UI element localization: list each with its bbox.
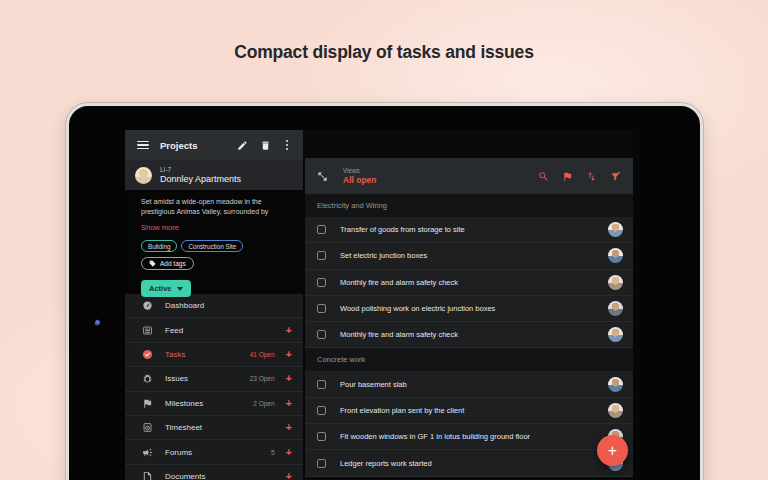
task-row[interactable]: Pour basement slab [305,371,633,397]
search-icon[interactable] [538,171,549,182]
gauge-icon [141,300,153,311]
task-checkbox[interactable] [317,278,326,287]
task-checkbox[interactable] [317,251,326,260]
project-description-block: Set amidst a wide-open meadow in the pre… [125,190,303,294]
task-row[interactable]: Transfer of goods from storage to site [305,217,633,243]
open-count-badge: 5 [271,449,275,456]
sidebar-item-label: Feed [165,326,286,335]
task-panel: Views All open [305,130,633,480]
views-label: Views [343,167,538,175]
task-checkbox[interactable] [317,330,326,339]
project-header[interactable]: LI-7 Donnley Apartments [125,160,303,190]
more-options-icon[interactable] [283,139,291,150]
task-checkbox[interactable] [317,459,326,468]
sidebar-item-dashboard[interactable]: Dashboard [125,294,303,318]
views-value: All open [343,175,538,186]
project-tag[interactable]: Construction Site [181,240,243,252]
task-title: Monthly fire and alarm safety check [340,330,608,339]
app-title: Projects [160,140,237,151]
task-row[interactable]: Monthly fire and alarm safety check [305,322,633,348]
add-icon[interactable]: + [286,471,292,480]
task-title: Transfer of goods from storage to site [340,225,608,234]
tablet-frame: Projects LI-7 Donn [66,103,703,480]
task-row[interactable]: Monthly fire and alarm safety check [305,270,633,296]
document-icon [141,471,153,480]
task-section-header: Concrete work [305,348,633,371]
filter-add-icon[interactable] [610,171,621,182]
task-list: Electricity and WiringTransfer of goods … [305,194,633,477]
project-sidebar: Projects LI-7 Donn [125,130,303,480]
megaphone-icon [141,447,153,458]
tag-row: BuildingConstruction Site [141,240,293,252]
assignee-avatar [608,377,623,392]
show-more-link[interactable]: Show more [141,223,179,232]
task-title: Fit wooden windows in GF 1 in lotus buil… [340,432,608,441]
add-icon[interactable]: + [286,349,292,360]
add-icon[interactable]: + [286,325,292,336]
sidebar-item-issues[interactable]: Issues23 Open+ [125,367,303,391]
add-icon[interactable]: + [286,447,292,458]
feed-icon [141,325,153,336]
assignee-avatar [608,301,623,316]
page-title: Compact display of tasks and issues [0,42,768,63]
sidebar-item-milestones[interactable]: Milestones2 Open+ [125,392,303,416]
bezel-reflection [94,319,101,326]
panel-spacer [305,130,633,158]
task-row[interactable]: Front elevation plan sent by the client [305,398,633,424]
sidebar-menu: DashboardFeed+Tasks41 Open+Issues23 Open… [125,294,303,480]
open-count-badge: 41 Open [250,351,275,358]
timesheet-icon [141,422,153,433]
sidebar-item-label: Tasks [165,350,250,359]
sidebar-item-label: Dashboard [165,301,292,310]
open-count-badge: 23 Open [250,375,275,382]
task-checkbox[interactable] [317,304,326,313]
expand-icon[interactable] [317,171,328,182]
edit-icon[interactable] [237,140,248,151]
task-title: Ledger reports work started [340,459,608,468]
assignee-avatar [608,222,623,237]
add-icon[interactable]: + [286,373,292,384]
flag-icon[interactable] [562,171,573,182]
app-toolbar: Projects [125,130,303,160]
sidebar-item-label: Documents [165,472,286,480]
add-icon[interactable]: + [286,422,292,433]
task-section-header: Electricity and Wiring [305,194,633,217]
open-count-badge: 2 Open [253,400,274,407]
task-row[interactable]: Set electric junction boxes [305,243,633,269]
assignee-avatar [608,327,623,342]
task-checkbox[interactable] [317,380,326,389]
project-name: Donnley Apartments [160,174,241,185]
sidebar-item-tasks[interactable]: Tasks41 Open+ [125,343,303,367]
menu-icon[interactable] [137,138,149,151]
task-title: Wood polishing work on electric junction… [340,304,608,313]
task-checkbox[interactable] [317,225,326,234]
sidebar-item-timesheet[interactable]: Timesheet+ [125,416,303,440]
assignee-avatar [608,403,623,418]
task-checkbox[interactable] [317,406,326,415]
sidebar-item-forums[interactable]: Forums5+ [125,440,303,464]
page: Compact display of tasks and issues Proj… [0,0,768,480]
sidebar-item-label: Milestones [165,399,253,408]
add-tags-label: Add tags [160,260,186,267]
task-row[interactable]: Ledger reports work started [305,450,633,476]
task-checkbox[interactable] [317,432,326,441]
task-row[interactable]: Wood polishing work on electric junction… [305,296,633,322]
chevron-down-icon [177,287,183,291]
project-avatar [135,167,152,184]
project-tag[interactable]: Building [141,240,177,252]
task-title: Set electric junction boxes [340,251,608,260]
views-selector[interactable]: Views All open [343,167,538,186]
sidebar-item-feed[interactable]: Feed+ [125,318,303,342]
add-tags-button[interactable]: Add tags [141,257,194,270]
task-title: Monthly fire and alarm safety check [340,278,608,287]
sidebar-item-documents[interactable]: Documents+ [125,465,303,480]
sort-icon[interactable] [586,171,597,182]
task-row[interactable]: Fit wooden windows in GF 1 in lotus buil… [305,424,633,450]
delete-icon[interactable] [260,140,271,151]
add-icon[interactable]: + [286,398,292,409]
assignee-avatar [608,275,623,290]
add-task-fab[interactable]: + [597,435,628,466]
status-label: Active [149,284,172,293]
sidebar-item-label: Timesheet [165,423,286,432]
sidebar-item-label: Forums [165,448,271,457]
